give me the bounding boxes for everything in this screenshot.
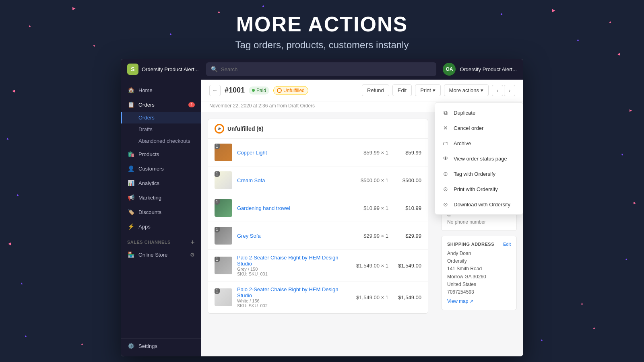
item-qty-badge: 1 [215,227,220,232]
item-image: 1 [215,288,232,306]
item-price: $500.00 × 1 [348,177,388,183]
content-area: ← #1001 Paid Unfulfilled Refund Edit [201,80,523,356]
store-settings-icon[interactable]: ⚙ [190,252,195,258]
duplicate-icon: ⧉ [442,109,450,117]
shipping-address: Andy Doan Ordersify 141 Smith Road Morro… [447,250,511,296]
shopify-icon: S [127,64,138,75]
dropdown-view-status[interactable]: 👁 View order status page [435,151,523,166]
item-name[interactable]: Gardening hand trowel [237,205,343,211]
sidebar-item-discounts-label: Discounts [138,209,161,215]
dropdown-print-ordersify[interactable]: ⊙ Print with Ordersify [435,181,523,197]
sidebar-item-analytics-label: Analytics [138,180,159,186]
tag-icon: ⊙ [442,170,450,178]
nav-arrows: ‹ › [492,85,515,96]
products-icon: 🛍️ [127,150,134,158]
item-name[interactable]: Grey Sofa [237,233,343,239]
analytics-icon: 📊 [127,179,134,187]
item-image: 1 [215,171,232,189]
settings-label: Settings [138,343,157,349]
paid-label: Paid [256,88,266,93]
discounts-icon: 🏷️ [127,208,134,216]
item-qty-badge: 1 [215,288,220,294]
item-price: $29.99 × 1 [348,233,388,239]
sidebar-item-analytics[interactable]: 📊 Analytics [121,176,201,190]
settings-icon: ⚙️ [127,342,134,350]
shipping-edit-button[interactable]: Edit [503,242,511,247]
table-row: 1 Gardening hand trowel $10.99 × 1 $10.9… [208,194,428,222]
sidebar-sub-orders[interactable]: Orders [121,112,201,123]
shipping-label: SHIPPING ADDRESS Edit [447,242,511,247]
archive-label: Archive [454,140,471,146]
sidebar-item-marketing-label: Marketing [138,195,161,201]
view-map-link[interactable]: View map ↗ [447,298,511,304]
store-name-left: Ordersify Product Alert... [142,66,199,72]
sidebar-item-products[interactable]: 🛍️ Products [121,147,201,161]
sidebar-item-online-store[interactable]: 🏪 Online Store ⚙ [121,247,201,262]
dropdown-duplicate[interactable]: ⧉ Duplicate [435,105,523,120]
dropdown-cancel-order[interactable]: ✕ Cancel order [435,120,523,136]
customers-icon: 👤 [127,165,134,172]
table-row: 1 Grey Sofa $29.99 × 1 $29.99 [208,222,428,250]
marketing-icon: 📢 [127,194,134,201]
sidebar-item-settings[interactable]: ⚙️ Settings [121,339,201,353]
order-header: ← #1001 Paid Unfulfilled Refund Edit [201,80,523,101]
topbar-logo: S Ordersify Product Alert... [127,64,200,75]
item-image: 1 [215,227,232,245]
sidebar-sub-abandoned[interactable]: Abandoned checkouts [121,135,201,147]
sidebar-item-home[interactable]: 🏠 Home [121,83,201,97]
sidebar-item-apps-label: Apps [138,224,151,230]
item-image: 1 [215,199,232,217]
table-row: 1 Palo 2-Seater Chaise Right by HEM Desi… [208,282,428,313]
back-button[interactable]: ← [209,85,221,96]
item-name[interactable]: Copper Light [237,150,343,156]
item-sku: SKU: SKU_001 [237,272,343,276]
dropdown-tag-ordersify[interactable]: ⊙ Tag with Ordersify [435,166,523,181]
download-icon: ⊙ [442,200,450,208]
footer: Ordersify [0,356,644,362]
dropdown-archive[interactable]: 🗃 Archive [435,136,523,151]
edit-button[interactable]: Edit [392,84,412,96]
cancel-label: Cancel order [454,125,483,131]
paid-dot [252,89,255,92]
print-icon: ⊙ [442,185,450,193]
sidebar-item-discounts[interactable]: 🏷️ Discounts [121,205,201,219]
item-total: $29.99 [393,233,421,239]
item-variant: White / 156 [237,298,343,303]
search-bar[interactable]: 🔍 [206,62,436,76]
hero-title: MORE ACTIONS [0,12,644,36]
chevron-down-icon: ▾ [481,87,483,93]
item-name[interactable]: Palo 2-Seater Chaise Right by HEM Design… [237,255,343,267]
print-button[interactable]: Print ▾ [415,84,440,96]
sales-channels-label: SALES CHANNELS [127,240,171,245]
prev-order-button[interactable]: ‹ [492,85,503,96]
sidebar-item-orders[interactable]: 📋 Orders 1 [121,97,201,112]
tag-label: Tag with Ordersify [454,171,495,177]
item-total: $1,549.00 [393,294,421,300]
dropdown-download-ordersify[interactable]: ⊙ Download with Ordersify [435,197,523,212]
sidebar-item-apps[interactable]: ⚡ Apps [121,219,201,234]
refund-button[interactable]: Refund [362,84,389,96]
item-qty-badge: 1 [215,144,220,149]
print-label: Print with Ordersify [454,186,498,192]
search-input[interactable] [221,66,431,72]
archive-icon: 🗃 [442,139,450,147]
next-order-button[interactable]: › [504,85,515,96]
sidebar-item-customers[interactable]: 👤 Customers [121,161,201,176]
item-qty-badge: 1 [215,171,220,177]
item-name[interactable]: Cream Sofa [237,177,343,183]
item-image: 1 [215,144,232,161]
item-name[interactable]: Palo 2-Seater Chaise Right by HEM Design… [237,286,343,298]
unfulfilled-card-title: Unfulfilled (6) [227,125,263,132]
sidebar: 🏠 Home 📋 Orders 1 Orders Drafts Abandone… [121,80,201,356]
avatar: OA [443,63,456,76]
add-sales-channel-button[interactable]: + [191,239,195,246]
item-price: $1,549.00 × 1 [348,263,388,269]
apps-icon: ⚡ [127,223,134,230]
search-icon: 🔍 [211,66,218,72]
sidebar-item-marketing[interactable]: 📢 Marketing [121,190,201,205]
orders-badge: 1 [188,102,195,107]
item-image: 1 [215,257,232,274]
order-header-wrapper: ← #1001 Paid Unfulfilled Refund Edit [201,80,523,112]
more-actions-button[interactable]: More actions ▾ [444,84,489,96]
sidebar-sub-drafts[interactable]: Drafts [121,123,201,135]
